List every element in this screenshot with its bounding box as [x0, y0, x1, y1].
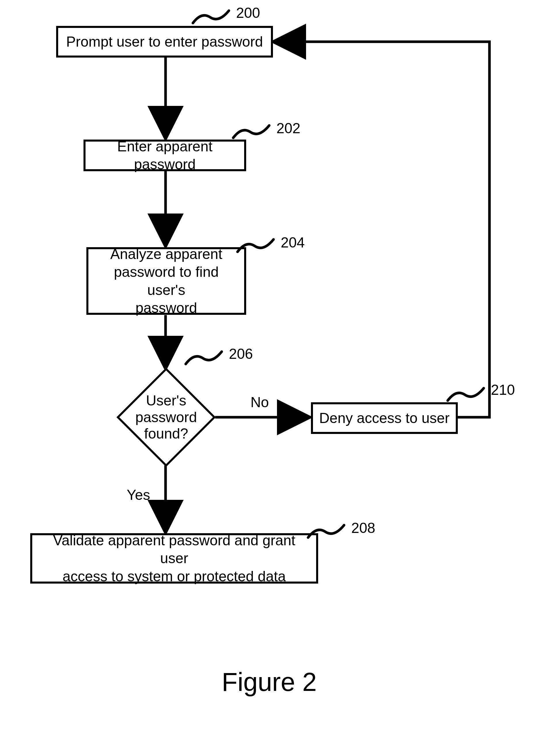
step-text: Analyze apparent password to find user's… — [94, 245, 239, 317]
decision-text: User's password found? — [135, 392, 197, 442]
ref-number: 210 — [491, 383, 515, 397]
ref-number: 200 — [236, 6, 260, 20]
decision-password-found: User's password found? — [131, 382, 201, 452]
edge-label-no: No — [250, 395, 269, 410]
ref-number: 202 — [276, 121, 300, 135]
ref-number: 206 — [229, 347, 253, 361]
step-text: Prompt user to enter password — [66, 33, 263, 51]
ref-flag — [305, 519, 345, 539]
step-prompt-password: Prompt user to enter password — [56, 26, 273, 58]
figure-caption: Figure 2 — [222, 669, 317, 695]
step-enter-apparent-password: Enter apparent password — [84, 139, 246, 171]
step-text: Validate apparent password and grant use… — [38, 531, 310, 586]
step-deny-access: Deny access to user — [311, 402, 458, 434]
edge-label-yes: Yes — [127, 488, 150, 502]
ref-flag — [445, 382, 485, 402]
step-analyze-password: Analyze apparent password to find user's… — [86, 247, 246, 315]
step-validate-grant: Validate apparent password and grant use… — [30, 533, 318, 584]
flowchart-canvas: Prompt user to enter password 200 Enter … — [0, 0, 560, 745]
ref-flag — [235, 233, 275, 253]
ref-number: 208 — [351, 521, 375, 535]
connectors — [0, 0, 560, 745]
step-text: Deny access to user — [319, 409, 450, 427]
ref-number: 204 — [281, 235, 305, 250]
ref-flag — [230, 119, 271, 139]
ref-flag — [183, 345, 223, 365]
step-text: Enter apparent password — [91, 137, 239, 173]
ref-flag — [190, 4, 230, 25]
